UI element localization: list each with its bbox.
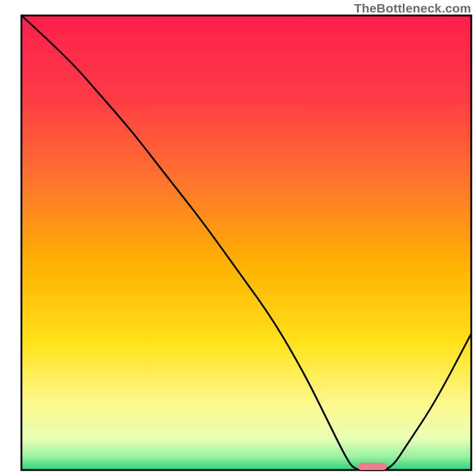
bottleneck-chart (0, 0, 476, 476)
watermark-label: TheBottleneck.com (354, 1, 471, 15)
optimal-point-marker (358, 463, 387, 470)
plot-background (21, 15, 471, 470)
chart-container: TheBottleneck.com (0, 0, 476, 476)
